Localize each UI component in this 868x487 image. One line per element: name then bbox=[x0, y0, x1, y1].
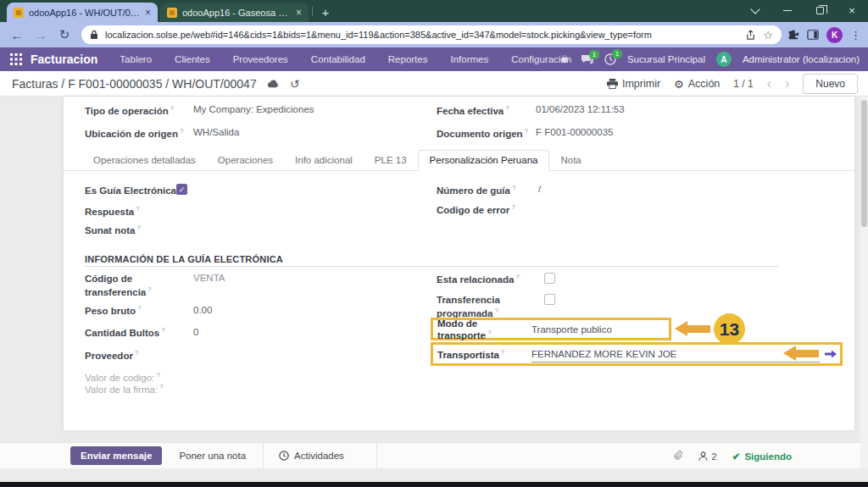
odoo-navbar: Facturacion Tablero Clientes Proveedores… bbox=[0, 47, 868, 71]
tab-nota[interactable]: Nota bbox=[549, 151, 592, 170]
close-window-button[interactable]: × bbox=[836, 0, 868, 21]
gear-icon: ⚙ bbox=[674, 78, 684, 91]
browser-menu-icon[interactable]: ⋮ bbox=[850, 29, 861, 42]
tab-info-adicional[interactable]: Info adicional bbox=[284, 151, 364, 170]
printer-icon bbox=[607, 79, 618, 89]
field-label-respuesta: Respuesta? bbox=[85, 205, 140, 219]
tab-operaciones[interactable]: Operaciones bbox=[207, 151, 284, 170]
new-record-button[interactable]: Nuevo bbox=[803, 74, 858, 94]
checkbox-esta-relacionada[interactable] bbox=[544, 273, 555, 284]
field-label-es-guia: Es Guía Electrónica? bbox=[85, 184, 181, 197]
forward-icon[interactable]: → bbox=[29, 28, 53, 42]
breadcrumb[interactable]: Facturas / F F001-00000035 / WH/OUT/0004… bbox=[12, 77, 257, 91]
chatter-separator bbox=[376, 443, 377, 469]
chevron-down-icon bbox=[750, 4, 760, 14]
log-note-button[interactable]: Poner una nota bbox=[179, 451, 246, 461]
section-divider bbox=[85, 266, 778, 267]
url-text: localizacion.solse.pe/web#id=146&cids=1&… bbox=[105, 30, 738, 40]
field-value-modo-transporte[interactable]: Transporte publico bbox=[531, 324, 612, 335]
close-tab-icon[interactable]: × bbox=[296, 7, 302, 19]
minimize-button[interactable] bbox=[771, 0, 804, 21]
field-label-modo-transporte: Modo de transporte? bbox=[433, 318, 531, 340]
company-switcher[interactable]: Sucursal Principal bbox=[627, 54, 705, 64]
nav-menu-informes[interactable]: Informes bbox=[450, 54, 488, 64]
close-tab-icon[interactable]: × bbox=[145, 7, 151, 19]
field-value-transportista[interactable]: FERNANDEZ MORE KEVIN JOE bbox=[531, 349, 812, 359]
field-label-transferencia-programada: Transferencia programada? bbox=[437, 294, 531, 320]
field-value-fecha-efectiva[interactable]: 01/06/2023 12:11:53 bbox=[536, 104, 625, 114]
send-message-button[interactable]: Enviar mensaje bbox=[70, 446, 162, 465]
field-label-proveedor: Proveedor? bbox=[85, 349, 138, 362]
tab-personalizacion-peruana[interactable]: Personalización Peruana bbox=[418, 150, 550, 171]
section-title-guia-electronica: INFORMACIÓN DE LA GUÍA ELECTRÓNICA bbox=[85, 254, 283, 264]
browser-actions: K ⋮ bbox=[787, 22, 865, 47]
following-button[interactable]: ✔ Siguiendo bbox=[732, 451, 792, 462]
transportista-input[interactable]: FERNANDEZ MORE KEVIN JOE ▾ bbox=[531, 346, 820, 362]
field-label-valor-codigo: Valor de codigo:? bbox=[85, 371, 160, 383]
taskbar-strip bbox=[0, 482, 868, 487]
field-label-numero-guia: Número de guía? bbox=[437, 184, 515, 197]
url-bar[interactable]: localizacion.solse.pe/web#id=146&cids=1&… bbox=[81, 25, 782, 44]
restore-button[interactable] bbox=[804, 0, 836, 21]
browser-tab-inactive[interactable]: odooApp16 - Gaseosa Kola 3L × bbox=[160, 3, 309, 22]
bookmark-star-icon[interactable]: ☆ bbox=[763, 29, 773, 42]
annotation-number-badge: 13 bbox=[714, 313, 745, 345]
odoo-favicon-icon bbox=[167, 8, 177, 18]
browser-tab-active[interactable]: odooApp16 - WH/OUT/00047 × bbox=[7, 3, 158, 22]
nav-menu-clientes[interactable]: Clientes bbox=[175, 54, 210, 64]
pager-next-icon[interactable]: › bbox=[785, 77, 789, 91]
tab-ple-13[interactable]: PLE 13 bbox=[364, 151, 418, 170]
field-value-numero-guia: / bbox=[538, 184, 541, 194]
user-menu[interactable]: Administrator (localizacion) bbox=[743, 54, 860, 64]
activities-button[interactable]: Actividades bbox=[264, 451, 359, 461]
field-value-documento-origen[interactable]: F F001-00000035 bbox=[536, 127, 613, 137]
reload-icon[interactable]: ↻ bbox=[53, 27, 76, 42]
discard-undo-icon[interactable]: ↺ bbox=[290, 77, 300, 91]
highlight-modo-transporte: Modo de transporte? Transporte publico bbox=[431, 318, 671, 340]
scrollbar-thumb[interactable] bbox=[861, 100, 867, 227]
messages-icon[interactable]: 1 bbox=[581, 54, 593, 65]
tab-operaciones-detalladas[interactable]: Operaciones detalladas bbox=[82, 151, 207, 170]
user-avatar[interactable]: A bbox=[716, 52, 732, 67]
tab-search-button[interactable] bbox=[739, 0, 771, 21]
field-value-peso-bruto[interactable]: 0.00 bbox=[193, 305, 212, 315]
activities-clock-icon[interactable]: 1 bbox=[604, 53, 616, 65]
minimize-icon bbox=[783, 10, 792, 12]
messages-badge: 1 bbox=[589, 50, 599, 59]
field-label-valor-firma: Valor de la firma:? bbox=[85, 383, 164, 395]
side-panel-icon[interactable] bbox=[807, 29, 819, 41]
field-value-tipo-operacion[interactable]: My Company: Expediciones bbox=[193, 104, 314, 114]
field-value-cantidad-bultos[interactable]: 0 bbox=[193, 327, 198, 337]
chatter-bar: Enviar mensaje Poner una nota Actividade… bbox=[0, 442, 868, 468]
pager-prev-icon[interactable]: ‹ bbox=[767, 77, 771, 91]
attachments-button[interactable] bbox=[674, 451, 683, 462]
field-value-ubicacion-origen[interactable]: WH/Salida bbox=[193, 127, 239, 137]
nav-menu-contabilidad[interactable]: Contabilidad bbox=[311, 54, 365, 64]
checkbox-transferencia-programada[interactable] bbox=[544, 294, 555, 305]
nav-menu-reportes[interactable]: Reportes bbox=[388, 54, 428, 64]
page-bottom-margin bbox=[0, 468, 868, 482]
annotation-arrow-modo-transporte bbox=[675, 321, 710, 336]
field-label-codigo-transferencia: Código de transferencia? bbox=[85, 273, 180, 299]
notebook-tabs: Operaciones detalladas Operaciones Info … bbox=[64, 149, 854, 171]
internal-link-arrow-icon[interactable] bbox=[825, 349, 837, 359]
nav-menu-proveedores[interactable]: Proveedores bbox=[233, 54, 288, 64]
apps-grid-icon[interactable] bbox=[10, 53, 22, 65]
field-label-esta-relacionada: Esta relacionada? bbox=[437, 273, 520, 286]
browser-profile-avatar[interactable]: K bbox=[826, 27, 843, 43]
extensions-puzzle-icon[interactable] bbox=[787, 29, 799, 41]
field-label-fecha-efectiva: Fecha efectiva? bbox=[437, 104, 509, 118]
action-button[interactable]: ⚙ Acción bbox=[674, 78, 720, 91]
followers-button[interactable]: 2 bbox=[698, 451, 716, 462]
new-tab-button[interactable]: + bbox=[316, 3, 335, 20]
share-icon[interactable] bbox=[745, 30, 756, 41]
activities-badge: 1 bbox=[612, 49, 622, 58]
cloud-save-icon[interactable] bbox=[267, 79, 280, 88]
checkbox-es-guia[interactable]: ✓ bbox=[176, 184, 187, 195]
back-icon[interactable]: ← bbox=[5, 28, 29, 42]
print-button[interactable]: Imprimir bbox=[607, 78, 660, 90]
app-name[interactable]: Facturacion bbox=[31, 53, 97, 66]
field-value-codigo-transferencia: VENTA bbox=[193, 273, 225, 283]
nav-menu-tablero[interactable]: Tablero bbox=[120, 54, 152, 64]
debug-bug-icon[interactable] bbox=[559, 54, 570, 64]
